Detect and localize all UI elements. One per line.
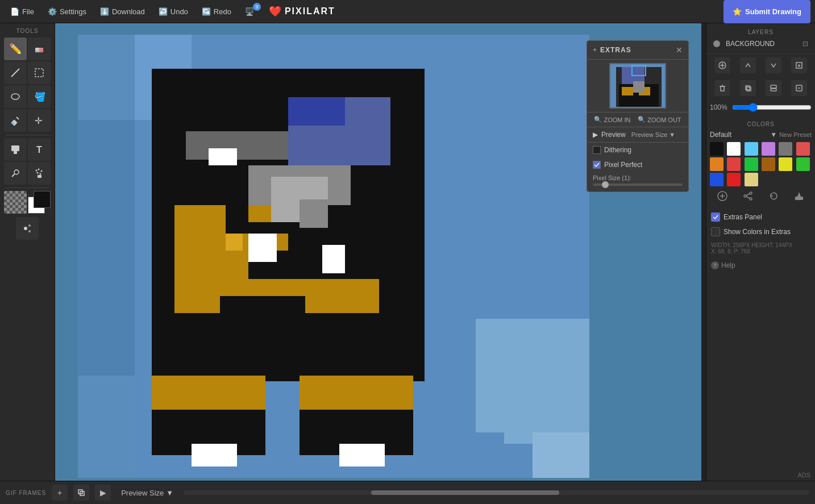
fill-color-button[interactable] [794,191,804,203]
export-layer-button[interactable] [791,57,807,73]
svg-point-5 [11,94,19,99]
color-swatch[interactable] [710,142,723,156]
vertical-scrollbar[interactable] [701,23,706,481]
color-swatch[interactable] [762,142,775,156]
duplicate-frame-button[interactable] [73,485,89,501]
layers-title: LAYERS [710,27,812,38]
preview-size-selector[interactable]: Preview Size ▼ [117,486,178,499]
canvas-dimensions: WIDTH: 256PX HEIGHT: 144PX [711,242,810,248]
line-tool[interactable] [4,61,27,84]
stamp-tool[interactable] [4,138,27,161]
dithering-checkbox[interactable] [593,146,601,154]
preview-size-dropdown[interactable]: Preview Size ▼ [629,131,677,138]
pencil-tool[interactable]: ✏️ [4,38,27,60]
add-color-button[interactable] [717,191,727,203]
redo-button[interactable]: ↪️ Redo [196,4,237,19]
dot-tool-1[interactable] [16,217,39,240]
zoom-out-button[interactable]: 🔍 ZOOM OUT [638,116,681,123]
monitor-button[interactable]: 🖥️ 9 [239,4,260,19]
color-swatch[interactable] [796,142,810,156]
color-swap[interactable] [28,191,51,214]
svg-point-84 [750,192,752,194]
tool-divider-2 [6,188,49,188]
move-layer-down-button[interactable] [766,57,781,73]
extras-panel-toggle-row: Extras Panel [706,209,815,225]
duplicate-layer-button[interactable] [740,80,756,96]
pixel-perfect-checkbox[interactable] [593,161,601,169]
color-swatch[interactable] [779,142,792,156]
show-colors-checkbox[interactable] [711,227,720,236]
dithering-row: Dithering [587,142,688,157]
foreground-color[interactable] [34,191,51,208]
color-preset-dropdown[interactable]: ▼ [770,131,777,139]
color-swatch[interactable] [762,157,775,171]
file-menu[interactable]: 📄 File [5,4,40,19]
help-row[interactable]: ? Help [706,258,815,273]
svg-rect-64 [622,87,633,95]
merge-layer-button[interactable] [766,80,781,96]
color-swatch[interactable] [745,157,758,171]
spray-tool[interactable] [28,162,51,185]
settings-menu[interactable]: ⚙️ Settings [42,4,92,19]
checkered-tool[interactable] [4,191,27,214]
svg-line-15 [12,174,15,177]
download-button[interactable]: ⬇️ Download [94,4,151,19]
extras-title: EXTRAS [600,46,672,54]
tool-row-5: T [4,138,51,161]
play-button[interactable]: ▶ [95,485,111,501]
gif-frames-label: GIF FRAMES [6,490,46,496]
bottom-scrollbar-track[interactable] [184,490,809,495]
zoom-slider[interactable] [732,103,812,112]
color-swatch[interactable] [727,157,741,171]
color-swatch[interactable] [727,142,741,156]
svg-rect-4 [35,69,43,77]
extras-close-button[interactable]: ✕ [676,45,683,55]
svg-rect-50 [248,234,277,262]
tools-panel: TOOLS ✏️ 🪣 [0,23,55,481]
canvas-height: HEIGHT: 144PX [751,242,792,248]
color-swatch[interactable] [710,157,723,171]
move-layer-up-button[interactable] [740,57,756,73]
canvas-area[interactable]: + EXTRAS ✕ [55,23,706,481]
color-swatch[interactable] [745,142,758,156]
colors-header: Default ▼ New Preset [710,130,812,142]
tool-row-3: 🪣 [4,85,51,108]
eyedropper-tool[interactable] [4,109,27,132]
share-color-button[interactable] [743,191,753,203]
redo-label: Redo [214,7,231,16]
move-tool[interactable]: ✛ [28,109,51,132]
new-preset-button[interactable]: New Preset [779,131,812,138]
wand-tool[interactable] [4,162,27,185]
text-tool[interactable]: T [28,138,51,161]
color-swatch[interactable] [710,173,723,186]
layer-visibility-dot[interactable] [713,40,720,47]
ellipse-tool[interactable] [4,85,27,108]
add-frame-button[interactable]: + [52,485,68,501]
select-tool[interactable] [28,61,51,84]
eraser-tool[interactable] [28,38,51,60]
add-layer-button[interactable] [714,57,730,73]
layer-settings-button[interactable] [791,80,807,96]
color-swatch[interactable] [779,157,792,171]
svg-point-18 [41,170,43,172]
svg-point-86 [750,198,752,200]
fill-tool[interactable]: 🪣 [28,85,51,108]
undo-button[interactable]: ↩️ Undo [153,4,194,19]
submit-button[interactable]: ⭐ Submit Drawing [723,0,810,23]
zoom-in-button[interactable]: 🔍 ZOOM IN [594,116,630,123]
layer-options-icon[interactable]: ⊡ [802,40,808,48]
svg-point-9 [12,122,14,124]
color-swatch[interactable] [745,173,758,186]
extras-panel-checkbox[interactable] [711,213,720,222]
extras-panel: + EXTRAS ✕ [587,40,689,192]
undo-color-button[interactable] [768,191,779,203]
pixel-size-slider[interactable] [593,184,683,186]
file-icon: 📄 [10,7,19,16]
svg-rect-37 [288,97,345,126]
bottom-scrollbar-thumb[interactable] [371,490,559,495]
color-swatch[interactable] [796,157,810,171]
preview-label: Preview [601,131,626,139]
canvas-width: WIDTH: 256PX [711,242,750,248]
delete-layer-button[interactable] [714,80,730,96]
color-swatch[interactable] [727,173,741,186]
